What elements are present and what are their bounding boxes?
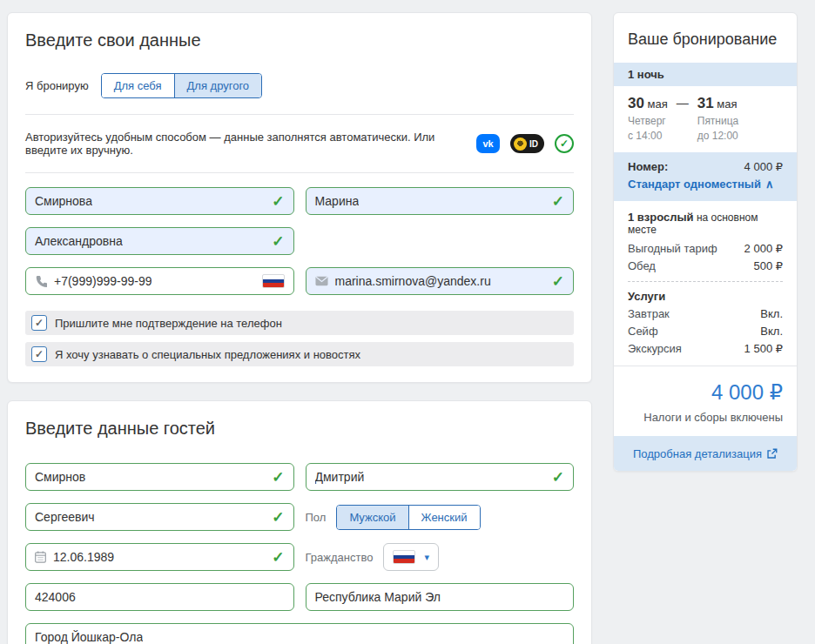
empty-cell: [306, 227, 575, 255]
email-value: marina.smirnova@yandex.ru: [335, 274, 491, 288]
rate-line: Обед 500 ₽: [628, 259, 783, 272]
rate-value: 500 ₽: [753, 259, 783, 272]
checkbox-label: Я хочу узнавать о специальных предложени…: [55, 348, 360, 361]
valid-check-icon: ✓: [272, 234, 284, 249]
service-line: Сейф Вкл.: [628, 325, 783, 338]
guest-first-name-value: Дмитрий: [315, 470, 365, 484]
checkout-weekday: Пятница: [697, 115, 739, 127]
phone-icon: [35, 275, 47, 287]
guest-last-name-field[interactable]: Смирнов ✓: [25, 463, 294, 491]
auth-providers: vk ID ✓: [476, 134, 574, 153]
first-name-field[interactable]: Марина ✓: [306, 187, 575, 215]
citizenship-select[interactable]: ▾: [383, 543, 439, 571]
t-id-icon[interactable]: ID: [510, 134, 544, 153]
phone-field[interactable]: +7(999)999-99-99: [25, 267, 294, 295]
contact-row: +7(999)999-99-99 marina.smirnova@yandex.…: [25, 267, 574, 295]
booking-for-toggle: Для себя Для другого: [101, 73, 262, 98]
checkout-month: мая: [714, 97, 738, 111]
checkin-month: мая: [644, 97, 668, 111]
rate-label: Выгодный тариф: [628, 242, 717, 255]
service-value: Вкл.: [760, 307, 783, 320]
sber-id-icon[interactable]: ✓: [555, 134, 574, 153]
vk-id-icon[interactable]: vk: [476, 134, 500, 153]
checkin-weekday: Четверг: [628, 115, 668, 127]
service-label: Экскурсия: [628, 342, 682, 355]
gender-label: Пол: [306, 511, 327, 524]
name-row: Смирнова ✓ Марина ✓: [25, 187, 574, 215]
first-name-value: Марина: [315, 194, 360, 208]
booking-summary-card: Ваше бронирование 1 ночь 30 мая Четверг …: [613, 12, 798, 472]
sms-confirmation-checkbox-row[interactable]: ✓ Пришлите мне подтверждение на телефон: [25, 311, 574, 335]
details-link[interactable]: Подробная детализация: [633, 447, 778, 460]
city-row: Город Йошкар-Ола: [25, 623, 574, 644]
service-label: Сейф: [628, 325, 658, 338]
newsletter-checkbox-row[interactable]: ✓ Я хочу узнавать о специальных предложе…: [25, 342, 574, 366]
form-column: Введите свои данные Я бронирую Для себя …: [7, 12, 592, 644]
checkbox-checked-icon[interactable]: ✓: [31, 346, 47, 362]
gender-toggle: Мужской Женский: [336, 505, 480, 530]
total-amount: 4 000 ₽: [628, 380, 783, 405]
service-line: Завтрак Вкл.: [628, 307, 783, 320]
valid-check-icon: ✓: [272, 470, 284, 485]
checkin-day: 30: [628, 95, 644, 111]
city-value: Город Йошкар-Ола: [35, 630, 143, 644]
service-value: Вкл.: [760, 325, 783, 338]
summary-column: Ваше бронирование 1 ночь 30 мая Четверг …: [613, 12, 798, 644]
room-price: 4 000 ₽: [744, 160, 783, 173]
birth-date-field[interactable]: 12.06.1989 ✓: [25, 543, 294, 571]
valid-check-icon: ✓: [552, 194, 564, 209]
occupancy-line: 1 взрослый на основном месте: [628, 211, 783, 236]
russia-flag-icon: [262, 274, 285, 288]
total-note: Налоги и сборы включены: [628, 411, 783, 424]
room-section: Номер: 4 000 ₽ Стандарт одноместный ∧: [614, 152, 797, 201]
valid-check-icon: ✓: [272, 550, 284, 565]
personal-data-card: Введите свои данные Я бронирую Для себя …: [7, 12, 592, 383]
calendar-icon: [35, 551, 46, 563]
total-section: 4 000 ₽ Налоги и сборы включены: [614, 366, 797, 436]
summary-footer: Подробная детализация: [614, 436, 797, 471]
last-name-field[interactable]: Смирнова ✓: [25, 187, 294, 215]
guest-name-row: Смирнов ✓ Дмитрий ✓: [25, 463, 574, 491]
price-details-section: 1 взрослый на основном месте Выгодный та…: [614, 201, 797, 366]
for-other-button[interactable]: Для другого: [174, 74, 262, 97]
rate-value: 2 000 ₽: [744, 242, 783, 255]
page: Введите свои данные Я бронирую Для себя …: [0, 0, 815, 644]
checkout-date: 31 мая Пятница до 12:00: [697, 95, 739, 142]
guest-data-card: Введите данные гостей Смирнов ✓ Дмитрий …: [7, 400, 592, 644]
guest-first-name-field[interactable]: Дмитрий ✓: [306, 463, 575, 491]
summary-title: Ваше бронирование: [614, 13, 797, 63]
middle-name-row: Александровна ✓: [25, 227, 574, 255]
checkout-day: 31: [697, 95, 714, 111]
checkbox-label: Пришлите мне подтверждение на телефон: [55, 317, 282, 330]
room-label: Номер:: [628, 160, 668, 173]
valid-check-icon: ✓: [552, 470, 564, 485]
dates-section: 30 мая Четверг с 14:00 — 31 мая Пятница …: [614, 86, 797, 152]
middle-name-field[interactable]: Александровна ✓: [25, 227, 294, 255]
checkout-time: до 12:00: [697, 130, 739, 142]
t-id-crest-icon: [514, 138, 527, 151]
rate-line: Выгодный тариф 2 000 ₽: [628, 242, 783, 255]
chevron-up-icon: ∧: [765, 178, 774, 191]
email-field[interactable]: marina.smirnova@yandex.ru ✓: [306, 267, 575, 295]
for-self-button[interactable]: Для себя: [102, 74, 174, 97]
external-link-icon: [766, 448, 778, 460]
checkbox-checked-icon[interactable]: ✓: [31, 315, 47, 331]
service-label: Завтрак: [628, 307, 670, 320]
caret-down-icon: ▾: [424, 553, 429, 562]
gender-female-button[interactable]: Женский: [408, 506, 480, 529]
middle-name-value: Александровна: [35, 234, 123, 248]
guests-title: Введите данные гостей: [25, 419, 574, 439]
dotted-divider: [628, 281, 783, 282]
phone-value: +7(999)999-99-99: [54, 274, 152, 288]
guest-middle-gender-row: Сергеевич ✓ Пол Мужской Женский: [25, 503, 574, 531]
gender-male-button[interactable]: Мужской: [337, 506, 408, 529]
russia-flag-icon: [393, 550, 415, 564]
city-field[interactable]: Город Йошкар-Ола: [25, 623, 574, 644]
postal-code-field[interactable]: 424006: [25, 583, 294, 611]
room-name-link[interactable]: Стандарт одноместный ∧: [628, 178, 773, 191]
postal-code-value: 424006: [35, 590, 76, 604]
region-field[interactable]: Республика Марий Эл: [306, 583, 575, 611]
auth-text: Авторизуйтесь удобным способом — данные …: [25, 131, 476, 157]
guest-middle-name-field[interactable]: Сергеевич ✓: [25, 503, 294, 531]
auth-row: Авторизуйтесь удобным способом — данные …: [25, 131, 574, 157]
